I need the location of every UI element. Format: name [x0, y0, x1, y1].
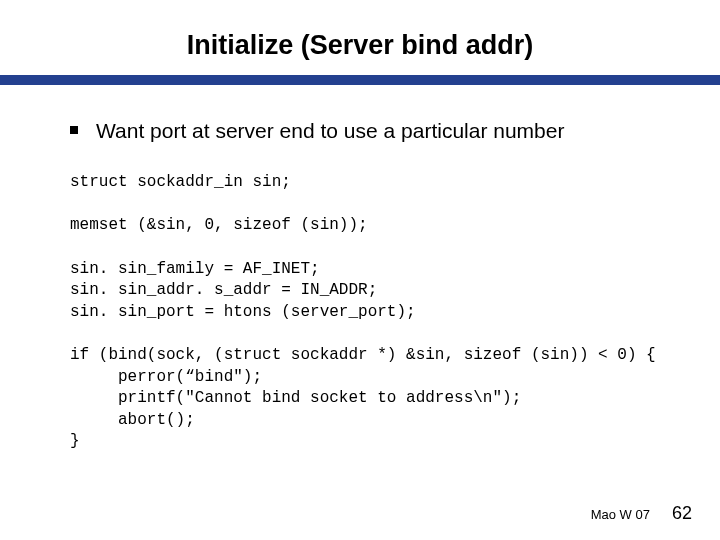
slide-title: Initialize (Server bind addr)	[0, 30, 720, 61]
code-block: struct sockaddr_in sin; memset (&sin, 0,…	[70, 172, 660, 453]
code-line: sin. sin_family = AF_INET;	[70, 260, 320, 278]
bullet-item: Want port at server end to use a particu…	[70, 117, 660, 144]
code-line: }	[70, 432, 80, 450]
bullet-text: Want port at server end to use a particu…	[96, 117, 564, 144]
bullet-icon	[70, 126, 78, 134]
code-line: struct sockaddr_in sin;	[70, 173, 291, 191]
slide-content: Want port at server end to use a particu…	[0, 117, 720, 453]
code-line: sin. sin_addr. s_addr = IN_ADDR;	[70, 281, 377, 299]
footer: Mao W 07 62	[591, 503, 692, 524]
footer-label: Mao W 07	[591, 507, 650, 522]
code-line: printf("Cannot bind socket to address\n"…	[70, 389, 521, 407]
divider	[0, 75, 720, 85]
page-number: 62	[672, 503, 692, 524]
code-line: sin. sin_port = htons (server_port);	[70, 303, 416, 321]
code-line: memset (&sin, 0, sizeof (sin));	[70, 216, 368, 234]
code-line: perror(“bind");	[70, 368, 262, 386]
code-line: if (bind(sock, (struct sockaddr *) &sin,…	[70, 346, 656, 364]
code-line: abort();	[70, 411, 195, 429]
